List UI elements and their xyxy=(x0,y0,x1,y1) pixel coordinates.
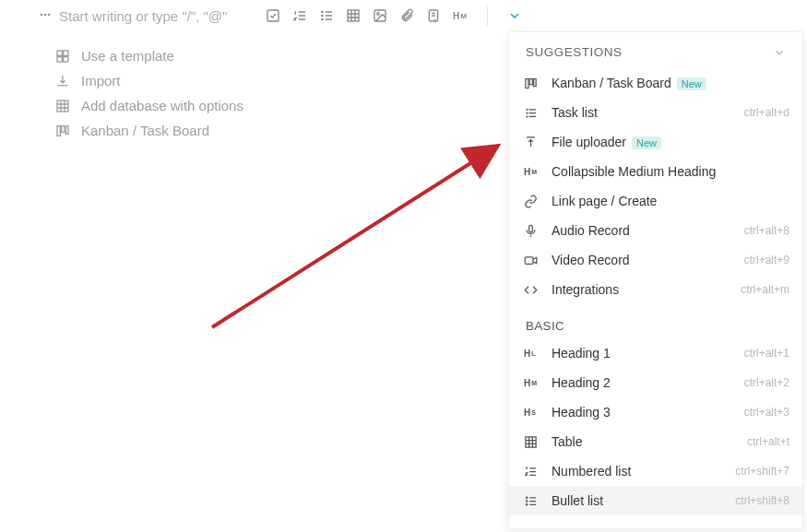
new-badge: New xyxy=(632,136,661,149)
svg-point-1 xyxy=(44,13,46,15)
menu-item-label: Integrations xyxy=(552,282,730,297)
menu-integrations[interactable]: Integrations ctrl+alt+m xyxy=(509,275,802,304)
compose-input[interactable] xyxy=(59,6,253,26)
numbered-list-icon[interactable] xyxy=(292,8,307,23)
menu-link-page[interactable]: Link page / Create xyxy=(509,186,802,216)
shortcut: ctrl+shift+8 xyxy=(735,494,789,507)
image-icon[interactable] xyxy=(373,8,387,23)
menu-table[interactable]: Table ctrl+alt+t xyxy=(509,427,802,456)
menu-item-label: Bullet list xyxy=(552,493,724,508)
insert-menu: SUGGESTIONS Kanban / Task BoardNew Task … xyxy=(508,31,803,529)
table-icon xyxy=(55,99,72,113)
menu-item-label: Numbered list xyxy=(552,464,724,479)
menu-tasklist[interactable]: Task list ctrl+alt+d xyxy=(509,98,802,127)
video-icon xyxy=(524,254,540,267)
svg-rect-14 xyxy=(64,56,68,61)
table-icon[interactable] xyxy=(346,8,361,23)
suggestions-title: SUGGESTIONS xyxy=(526,45,623,59)
bullet-list-icon[interactable] xyxy=(319,8,334,23)
more-icon[interactable] xyxy=(39,8,52,24)
shortcut: ctrl+alt+d xyxy=(744,106,789,119)
svg-rect-7 xyxy=(348,10,359,21)
import-icon xyxy=(55,74,72,89)
annotation-arrow xyxy=(203,129,516,350)
shortcut: ctrl+alt+m xyxy=(741,283,789,296)
menu-item-label: Heading 1 xyxy=(552,346,733,361)
quick-item-label: Import xyxy=(81,73,121,89)
svg-point-28 xyxy=(527,503,528,504)
menu-video-record[interactable]: Video Record ctrl+alt+9 xyxy=(509,245,802,275)
shortcut: ctrl+alt+t xyxy=(747,435,789,448)
menu-item-label: Audio Record xyxy=(552,223,733,238)
menu-collapsible-heading[interactable]: HM Collapsible Medium Heading xyxy=(509,157,802,186)
shortcut: ctrl+alt+9 xyxy=(744,254,789,266)
menu-item-label: Task list xyxy=(552,105,733,120)
svg-rect-12 xyxy=(64,51,68,55)
menu-item-label: Collapsible Medium Heading xyxy=(552,164,789,179)
table-icon xyxy=(524,435,540,449)
link-icon xyxy=(524,195,540,208)
svg-rect-24 xyxy=(525,256,533,264)
menu-heading1[interactable]: HL Heading 1 ctrl+alt+1 xyxy=(509,338,802,368)
numbered-list-icon xyxy=(524,465,540,479)
toolbar-icons: HM xyxy=(266,6,522,26)
svg-point-26 xyxy=(527,497,528,498)
quick-item-label: Use a template xyxy=(81,48,174,64)
mic-icon xyxy=(524,224,540,238)
svg-point-9 xyxy=(377,13,380,16)
h2-icon: HM xyxy=(524,378,540,388)
template-icon xyxy=(55,49,72,64)
tasklist-icon xyxy=(524,106,540,120)
toolbar: HM xyxy=(0,0,807,31)
menu-file-uploader[interactable]: File uploaderNew xyxy=(509,127,802,157)
bullet-list-icon xyxy=(524,494,540,508)
checkbox-icon[interactable] xyxy=(266,8,280,23)
shortcut: ctrl+shift+7 xyxy=(735,465,789,478)
shortcut: ctrl+alt+3 xyxy=(744,406,789,419)
code-icon xyxy=(524,283,540,297)
svg-rect-16 xyxy=(57,125,60,136)
menu-item-label: Heading 2 xyxy=(552,375,733,390)
menu-item-label: Link page / Create xyxy=(552,194,789,208)
svg-rect-20 xyxy=(526,78,528,88)
svg-rect-3 xyxy=(267,10,279,21)
quick-item-label: Add database with options xyxy=(81,98,243,113)
svg-point-6 xyxy=(322,18,323,19)
svg-point-5 xyxy=(322,15,323,16)
menu-bullet-list[interactable]: Bullet list ctrl+shift+8 xyxy=(509,486,802,515)
attachment-icon[interactable] xyxy=(399,8,414,23)
menu-heading3[interactable]: HS Heading 3 ctrl+alt+3 xyxy=(509,397,802,427)
svg-rect-18 xyxy=(65,125,68,134)
heading-icon[interactable]: HM xyxy=(453,11,468,21)
toolbar-divider xyxy=(487,6,488,26)
collapse-suggestions-icon[interactable] xyxy=(773,46,786,59)
menu-item-label: Table xyxy=(552,434,736,449)
page-icon[interactable] xyxy=(426,8,441,23)
menu-audio-record[interactable]: Audio Record ctrl+alt+8 xyxy=(509,216,802,245)
menu-item-label: Kanban / Task BoardNew xyxy=(552,76,789,90)
svg-rect-23 xyxy=(529,225,533,232)
columns-icon xyxy=(55,124,72,138)
suggestions-header: SUGGESTIONS xyxy=(509,32,802,68)
basic-header: BASIC xyxy=(509,304,802,338)
menu-heading2[interactable]: HM Heading 2 ctrl+alt+2 xyxy=(509,368,802,397)
h3-icon: HS xyxy=(524,408,540,418)
menu-item-label: Video Record xyxy=(552,253,733,267)
svg-rect-15 xyxy=(57,100,68,112)
svg-point-27 xyxy=(527,500,528,501)
expand-menu-icon[interactable] xyxy=(507,8,522,23)
svg-point-2 xyxy=(48,13,50,15)
svg-rect-13 xyxy=(57,56,62,61)
svg-rect-22 xyxy=(534,78,537,86)
menu-kanban[interactable]: Kanban / Task BoardNew xyxy=(509,68,802,98)
svg-rect-25 xyxy=(526,436,536,446)
svg-point-4 xyxy=(322,11,323,12)
columns-icon xyxy=(524,77,540,90)
menu-numbered-list[interactable]: Numbered list ctrl+shift+7 xyxy=(509,456,802,486)
svg-line-19 xyxy=(212,146,498,327)
h1-icon: HL xyxy=(524,349,540,359)
shortcut: ctrl+alt+8 xyxy=(744,224,789,237)
svg-rect-11 xyxy=(57,51,62,55)
svg-point-0 xyxy=(41,13,42,15)
new-badge: New xyxy=(677,77,706,90)
